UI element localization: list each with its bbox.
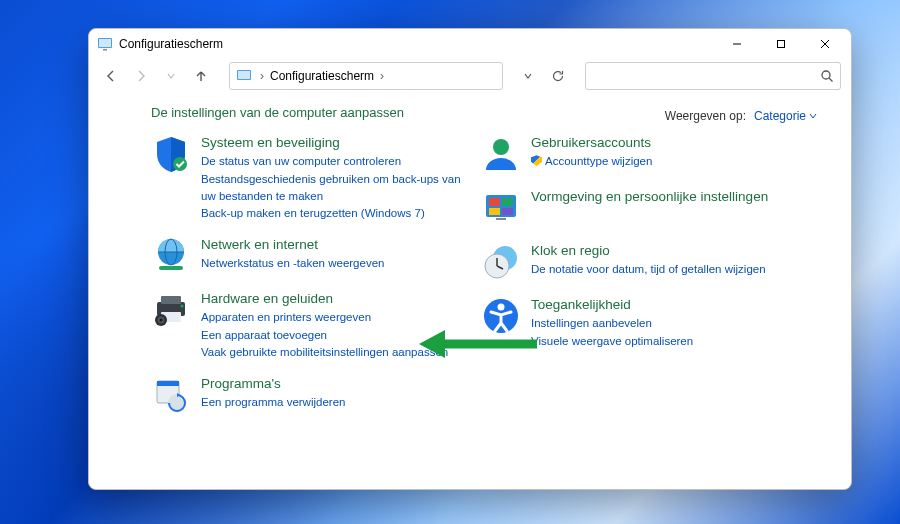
user-icon <box>481 134 521 174</box>
category-appearance: Vormgeving en persoonlijke instellingen <box>481 188 811 228</box>
sublink[interactable]: Accounttype wijzigen <box>531 153 652 170</box>
category-accessibility: Toegankelijkheid Instellingen aanbevelen… <box>481 296 811 350</box>
shield-icon <box>151 134 191 174</box>
category-hardware-sound: Hardware en geluiden Apparaten en printe… <box>151 290 471 361</box>
category-programs: Programma's Een programma verwijderen <box>151 375 471 415</box>
category-link[interactable]: Gebruikersaccounts <box>531 134 652 152</box>
svg-rect-1 <box>99 39 111 47</box>
category-link[interactable]: Programma's <box>201 375 345 393</box>
svg-rect-8 <box>238 71 250 79</box>
svg-line-10 <box>829 78 833 82</box>
close-button[interactable] <box>803 29 847 59</box>
sublink[interactable]: Bestandsgeschiedenis gebruiken om back-u… <box>201 171 471 204</box>
forward-button[interactable] <box>129 64 153 88</box>
view-by-row: Weergeven op: Categorie <box>665 109 817 123</box>
svg-rect-4 <box>778 41 785 48</box>
breadcrumb-sep: › <box>260 69 264 83</box>
svg-rect-2 <box>103 49 107 51</box>
control-panel-icon <box>97 36 113 52</box>
titlebar: Configuratiescherm <box>89 29 851 59</box>
refresh-button[interactable] <box>545 63 571 89</box>
category-link[interactable]: Toegankelijkheid <box>531 296 693 314</box>
programs-icon <box>151 375 191 415</box>
sublink[interactable]: Vaak gebruikte mobiliteitsinstellingen a… <box>201 344 448 361</box>
svg-rect-31 <box>489 208 500 215</box>
up-button[interactable] <box>189 64 213 88</box>
recent-locations-button[interactable] <box>159 64 183 88</box>
category-link[interactable]: Klok en regio <box>531 242 766 260</box>
breadcrumb-root[interactable]: Configuratiescherm <box>270 69 374 83</box>
svg-rect-30 <box>502 198 513 206</box>
back-button[interactable] <box>99 64 123 88</box>
svg-rect-17 <box>161 296 181 304</box>
sublink[interactable]: Visuele weergave optimaliseren <box>531 333 693 350</box>
category-clock-region: Klok en regio De notatie voor datum, tij… <box>481 242 811 282</box>
breadcrumb-sep: › <box>380 69 384 83</box>
search-icon <box>820 69 834 83</box>
view-by-dropdown[interactable]: Categorie <box>754 109 817 123</box>
category-user-accounts: Gebruikersaccounts Accounttype wijzigen <box>481 134 811 174</box>
printer-icon <box>151 290 191 330</box>
svg-point-22 <box>160 318 163 321</box>
category-system-security: Systeem en beveiliging De status van uw … <box>151 134 471 222</box>
sublink[interactable]: Netwerkstatus en -taken weergeven <box>201 255 384 272</box>
control-panel-icon <box>236 68 252 84</box>
clock-icon <box>481 242 521 282</box>
sublink[interactable]: Back-up maken en terugzetten (Windows 7) <box>201 205 471 222</box>
svg-point-9 <box>822 71 830 79</box>
svg-point-27 <box>493 139 509 155</box>
sublink[interactable]: Instellingen aanbevelen <box>531 315 693 332</box>
svg-point-39 <box>498 304 505 311</box>
sublink[interactable]: Een programma verwijderen <box>201 394 345 411</box>
category-network-internet: Netwerk en internet Netwerkstatus en -ta… <box>151 236 471 276</box>
accessibility-icon <box>481 296 521 336</box>
sublink[interactable]: De notatie voor datum, tijd of getallen … <box>531 261 766 278</box>
minimize-button[interactable] <box>715 29 759 59</box>
view-by-value: Categorie <box>754 109 806 123</box>
category-link[interactable]: Hardware en geluiden <box>201 290 448 308</box>
sublink[interactable]: Apparaten en printers weergeven <box>201 309 448 326</box>
window-title: Configuratiescherm <box>119 37 223 51</box>
maximize-button[interactable] <box>759 29 803 59</box>
category-link[interactable]: Netwerk en internet <box>201 236 384 254</box>
svg-rect-29 <box>489 198 500 206</box>
svg-rect-15 <box>159 266 183 270</box>
address-bar[interactable]: › Configuratiescherm › <box>229 62 503 90</box>
globe-icon <box>151 236 191 276</box>
category-link[interactable]: Vormgeving en persoonlijke instellingen <box>531 188 768 206</box>
category-link[interactable]: Systeem en beveiliging <box>201 134 471 152</box>
svg-rect-24 <box>157 381 179 386</box>
control-panel-window: Configuratiescherm › Configuratiescherm … <box>88 28 852 490</box>
svg-rect-32 <box>502 208 513 215</box>
address-dropdown-button[interactable] <box>515 63 541 89</box>
search-box[interactable] <box>585 62 841 90</box>
personalization-icon <box>481 188 521 228</box>
sublink[interactable]: De status van uw computer controleren <box>201 153 471 170</box>
svg-point-11 <box>173 157 187 171</box>
svg-point-19 <box>181 304 184 307</box>
chevron-down-icon <box>809 112 817 120</box>
svg-rect-33 <box>496 218 506 220</box>
view-by-label: Weergeven op: <box>665 109 746 123</box>
content-body: De instellingen van de computer aanpasse… <box>89 93 851 489</box>
sublink[interactable]: Een apparaat toevoegen <box>201 327 448 344</box>
nav-toolbar: › Configuratiescherm › <box>89 59 851 93</box>
